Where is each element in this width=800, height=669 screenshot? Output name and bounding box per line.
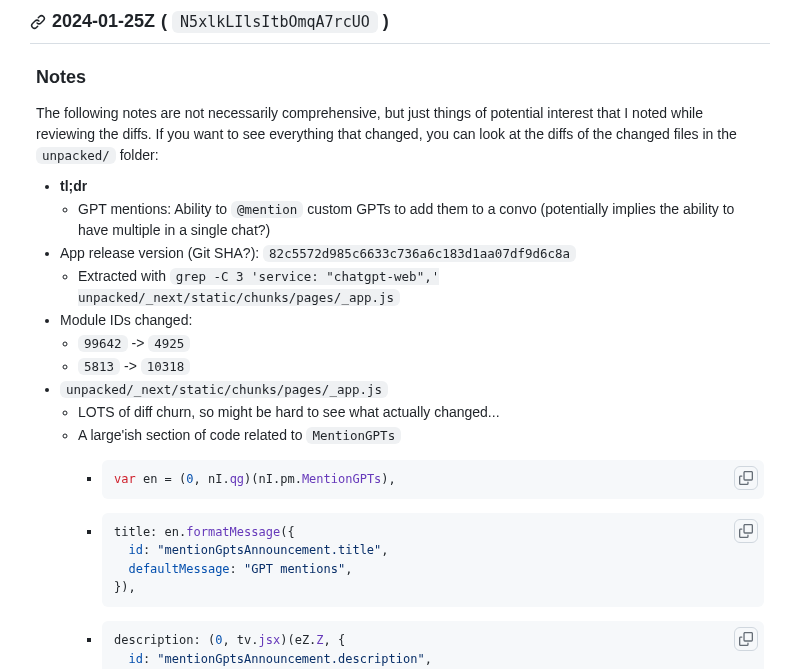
page-title: 2024-01-25Z ( N5xlkLIlsItbOmqA7rcUO ) (52, 8, 389, 35)
mentiongpts-code: MentionGPTs (306, 427, 401, 444)
app-release-item: App release version (Git SHA?): 82c5572d… (60, 243, 764, 308)
module-row-2: 5813 -> 10318 (78, 356, 764, 377)
codeblock-2-item: title: en.formatMessage({ id: "mentionGp… (102, 513, 764, 607)
notes-heading: Notes (36, 64, 764, 91)
module-ids-item: Module IDs changed: 99642 -> 4925 5813 -… (60, 310, 764, 377)
extracted-with: Extracted with grep -C 3 'service: "chat… (78, 266, 764, 308)
appjs-path: unpacked/_next/static/chunks/pages/_app.… (60, 381, 388, 398)
notes-intro: The following notes are not necessarily … (36, 103, 764, 166)
git-sha: 82c5572d985c6633c736a6c183d1aa07df9d6c8a (263, 245, 576, 262)
tldr-gpt-mentions: GPT mentions: Ability to @mention custom… (78, 199, 764, 241)
build-id: N5xlkLIlsItbOmqA7rcUO (172, 11, 378, 33)
page-header: 2024-01-25Z ( N5xlkLIlsItbOmqA7rcUO ) (30, 0, 770, 44)
mention-code: @mention (231, 201, 303, 218)
codeblock-3: description: (0, tv.jsx)(eZ.Z, { id: "me… (102, 621, 764, 669)
content: Notes The following notes are not necess… (8, 64, 792, 669)
link-icon[interactable] (30, 11, 46, 32)
codeblock-2: title: en.formatMessage({ id: "mentionGp… (102, 513, 764, 607)
header-date: 2024-01-25Z (52, 8, 155, 35)
tldr-item: tl;dr GPT mentions: Ability to @mention … (60, 176, 764, 241)
copy-button[interactable] (734, 466, 758, 490)
appjs-note-1: LOTS of diff churn, so might be hard to … (78, 402, 764, 423)
notes-list: tl;dr GPT mentions: Ability to @mention … (36, 176, 764, 669)
copy-button[interactable] (734, 627, 758, 651)
codeblock-1-item: var en = (0, nI.qg)(nI.pm.MentionGPTs), (102, 460, 764, 499)
codeblock-3-item: description: (0, tv.jsx)(eZ.Z, { id: "me… (102, 621, 764, 669)
appjs-note-2: A large'ish section of code related to M… (78, 425, 764, 446)
codeblock-1: var en = (0, nI.qg)(nI.pm.MentionGPTs), (102, 460, 764, 499)
unpacked-folder-code: unpacked/ (36, 147, 116, 164)
copy-button[interactable] (734, 519, 758, 543)
appjs-item: unpacked/_next/static/chunks/pages/_app.… (60, 379, 764, 669)
tldr-label: tl;dr (60, 178, 87, 194)
module-row-1: 99642 -> 4925 (78, 333, 764, 354)
